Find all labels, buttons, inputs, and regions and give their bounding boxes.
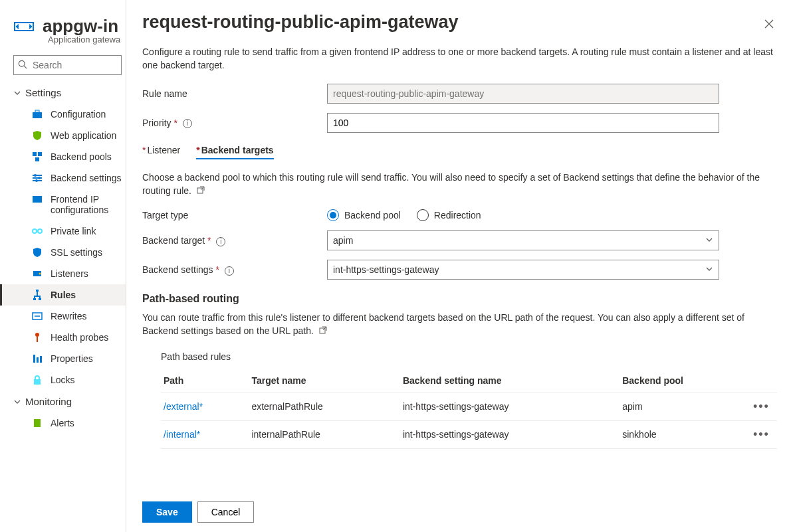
nav-frontend-ip[interactable]: Frontend IPconfigurations bbox=[0, 189, 126, 221]
col-path[interactable]: Path bbox=[161, 369, 249, 393]
nav-backend-settings[interactable]: Backend settings bbox=[0, 167, 126, 189]
nav-label: Locks bbox=[51, 375, 75, 385]
briefcase-icon bbox=[32, 109, 43, 120]
chevron-down-icon bbox=[13, 89, 21, 97]
page-title: appgw-in bbox=[43, 16, 118, 37]
svg-point-1 bbox=[19, 60, 25, 66]
nav-ssl[interactable]: SSL settings bbox=[0, 242, 126, 263]
radio-label: Redirection bbox=[434, 210, 481, 221]
appgw-icon bbox=[13, 16, 35, 37]
search-icon bbox=[18, 60, 27, 71]
svg-rect-21 bbox=[33, 298, 36, 300]
select-value: int-https-settings-gateway bbox=[333, 264, 439, 275]
panel-description: Configure a routing rule to send traffic… bbox=[142, 46, 777, 72]
alerts-icon bbox=[32, 418, 43, 428]
svg-point-19 bbox=[39, 273, 41, 275]
svg-point-24 bbox=[35, 333, 39, 337]
sliders-icon bbox=[32, 173, 43, 183]
nav-private-link[interactable]: Private link bbox=[0, 221, 126, 242]
info-icon[interactable]: i bbox=[225, 266, 234, 276]
col-setting[interactable]: Backend setting name bbox=[400, 369, 620, 393]
cell-setting: int-https-settings-gateway bbox=[400, 420, 620, 448]
radio-redirection[interactable]: Redirection bbox=[417, 209, 481, 221]
backend-settings-select[interactable]: int-https-settings-gateway bbox=[327, 260, 719, 280]
save-button[interactable]: Save bbox=[142, 501, 192, 523]
cell-pool: apim bbox=[620, 393, 750, 420]
cancel-button[interactable]: Cancel bbox=[197, 501, 255, 523]
nav-locks[interactable]: Locks bbox=[0, 369, 126, 391]
nav-listeners[interactable]: Listeners bbox=[0, 263, 126, 284]
path-link[interactable]: /external* bbox=[164, 401, 203, 412]
svg-point-11 bbox=[34, 174, 37, 177]
section-settings[interactable]: Settings bbox=[0, 82, 126, 104]
nav-properties[interactable]: Properties bbox=[0, 348, 126, 369]
nav-backend-pools[interactable]: Backend pools bbox=[0, 146, 126, 167]
chevron-down-icon bbox=[705, 264, 713, 275]
priority-input[interactable] bbox=[327, 113, 719, 133]
target-type-radio-group: Backend pool Redirection bbox=[327, 209, 481, 221]
link-icon bbox=[32, 226, 43, 236]
svg-rect-5 bbox=[33, 152, 37, 156]
cell-pool: sinkhole bbox=[620, 420, 750, 448]
row-more-button[interactable]: ••• bbox=[753, 400, 770, 413]
label-rule-name: Rule name bbox=[142, 88, 327, 99]
radio-backend-pool[interactable]: Backend pool bbox=[327, 209, 401, 221]
nav-label: Rules bbox=[51, 290, 76, 300]
chevron-down-icon bbox=[13, 398, 21, 406]
footer-buttons: Save Cancel bbox=[142, 501, 254, 523]
svg-line-2 bbox=[24, 66, 27, 68]
nav-rules[interactable]: Rules bbox=[0, 284, 126, 306]
table-header-row: Path Target name Backend setting name Ba… bbox=[161, 369, 777, 393]
select-value: apim bbox=[333, 235, 353, 246]
nav-configuration[interactable]: Configuration bbox=[0, 104, 126, 125]
svg-point-12 bbox=[38, 177, 41, 179]
rule-name-input bbox=[327, 84, 719, 104]
health-icon bbox=[32, 332, 43, 343]
svg-rect-6 bbox=[38, 152, 42, 156]
table-row: /external* externalPathRule int-https-se… bbox=[161, 393, 777, 420]
svg-rect-29 bbox=[34, 379, 41, 385]
detail-panel: request-routing-public-apim-gateway Conf… bbox=[126, 0, 793, 532]
nav-label: Backend settings bbox=[51, 173, 122, 183]
svg-rect-22 bbox=[39, 298, 41, 300]
external-link-icon[interactable] bbox=[319, 325, 327, 338]
nav-label: Backend pools bbox=[51, 151, 112, 162]
sidebar: appgw-in Application gatewa Settings Con… bbox=[0, 0, 126, 532]
external-link-icon[interactable] bbox=[197, 185, 205, 198]
nav-waf[interactable]: Web application bbox=[0, 125, 126, 146]
cell-target: externalPathRule bbox=[249, 393, 400, 420]
chevron-down-icon bbox=[705, 235, 713, 246]
cell-target: internalPathRule bbox=[249, 420, 400, 448]
tab-backend-targets[interactable]: *Backend targets bbox=[196, 142, 273, 159]
close-button[interactable] bbox=[764, 19, 777, 32]
section-monitoring[interactable]: Monitoring bbox=[0, 391, 126, 412]
rules-icon bbox=[32, 290, 43, 300]
nav-label: Web application bbox=[51, 130, 116, 141]
backend-target-select[interactable]: apim bbox=[327, 230, 719, 250]
nav-label: Health probes bbox=[51, 332, 108, 343]
nav-rewrites[interactable]: Rewrites bbox=[0, 306, 126, 327]
col-pool[interactable]: Backend pool bbox=[620, 369, 750, 393]
nav-label: Frontend IPconfigurations bbox=[51, 194, 108, 215]
table-row: /internal* internalPathRule int-https-se… bbox=[161, 420, 777, 448]
search-input[interactable] bbox=[31, 59, 117, 71]
section-monitoring-label: Monitoring bbox=[25, 396, 72, 407]
tab-listener[interactable]: *Listener bbox=[142, 142, 180, 159]
col-target[interactable]: Target name bbox=[249, 369, 400, 393]
path-link[interactable]: /internal* bbox=[164, 429, 200, 440]
section-settings-label: Settings bbox=[25, 87, 61, 98]
svg-rect-26 bbox=[33, 355, 35, 363]
info-icon[interactable]: i bbox=[216, 237, 225, 246]
nav-health[interactable]: Health probes bbox=[0, 327, 126, 348]
radio-dot-icon bbox=[327, 209, 339, 221]
label-backend-target: Backend target * i bbox=[142, 235, 327, 246]
sidebar-search[interactable] bbox=[13, 55, 122, 75]
cell-setting: int-https-settings-gateway bbox=[400, 393, 620, 420]
svg-rect-20 bbox=[36, 290, 39, 292]
info-icon[interactable]: i bbox=[183, 119, 192, 128]
path-routing-desc: You can route traffic from this rule's l… bbox=[142, 311, 777, 337]
nav-label: Properties bbox=[51, 353, 93, 364]
row-more-button[interactable]: ••• bbox=[753, 428, 770, 441]
nav-label: Private link bbox=[51, 226, 96, 236]
nav-alerts[interactable]: Alerts bbox=[0, 412, 126, 434]
